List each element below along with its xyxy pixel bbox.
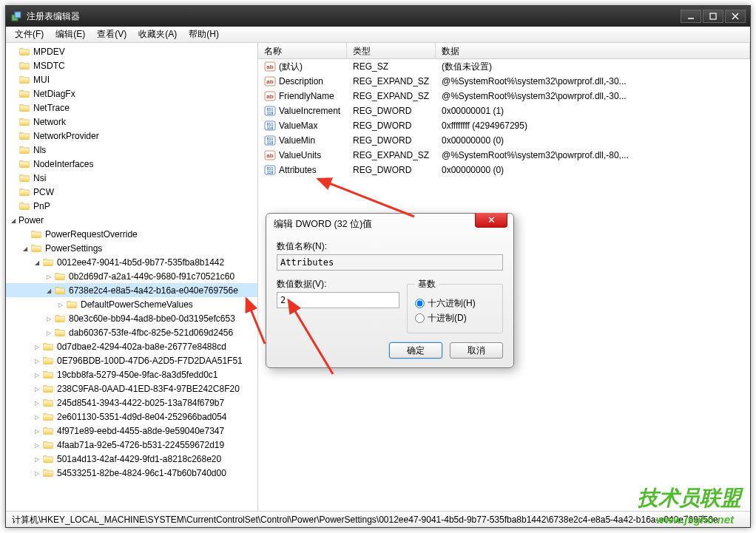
expander-icon[interactable] xyxy=(33,427,41,435)
list-header[interactable]: 名称 类型 数据 xyxy=(258,43,750,59)
list-row[interactable]: ValueUnitsREG_EXPAND_SZ@%SystemRoot%\sys… xyxy=(258,148,750,163)
tree-item[interactable]: NetDiagFx xyxy=(6,86,257,101)
expander-icon[interactable] xyxy=(33,398,41,407)
tree-item[interactable]: 6738e2c4-e8a5-4a42-b16a-e040e769756e xyxy=(6,283,257,297)
list-row[interactable]: ValueMinREG_DWORD0x00000000 (0) xyxy=(258,133,750,148)
folder-icon xyxy=(42,342,54,352)
tree-item[interactable]: Network xyxy=(6,115,257,129)
tree-item[interactable]: 238C9FA8-0AAD-41ED-83F4-97BE242C8F20 xyxy=(6,381,257,395)
tree-label: NetworkProvider xyxy=(33,131,99,141)
tree-panel[interactable]: MPDEVMSDTCMUINetDiagFxNetTraceNetworkNet… xyxy=(6,43,258,511)
radio-hex[interactable] xyxy=(415,299,425,308)
menu-file[interactable]: 文件(F) xyxy=(9,27,50,42)
value-data: @%SystemRoot%\system32\powrprof.dll,-80,… xyxy=(436,150,750,160)
binary-value-icon xyxy=(264,105,276,117)
minimize-button[interactable] xyxy=(681,10,701,23)
tree-item[interactable]: Nls xyxy=(6,143,257,157)
expander-icon[interactable] xyxy=(33,413,41,421)
tree-item[interactable]: MPDEV xyxy=(6,44,257,58)
list-row[interactable]: ValueIncrementREG_DWORD0x00000001 (1) xyxy=(258,103,750,118)
base-legend: 基数 xyxy=(415,278,439,291)
list-row[interactable]: DescriptionREG_EXPAND_SZ@%SystemRoot%\sy… xyxy=(258,74,750,89)
expander-icon[interactable] xyxy=(33,370,41,378)
tree-item[interactable]: PCW xyxy=(6,185,257,199)
expander-icon[interactable] xyxy=(33,258,41,266)
tree-item[interactable]: PnP xyxy=(6,199,257,213)
tree-item[interactable]: MSDTC xyxy=(6,58,257,72)
expander-icon[interactable] xyxy=(33,455,41,463)
expander-icon[interactable] xyxy=(44,314,53,322)
string-value-icon xyxy=(264,61,276,72)
expander-icon[interactable] xyxy=(33,356,41,364)
menu-help[interactable]: 帮助(H) xyxy=(183,27,225,42)
tree-item[interactable]: 19cbb8fa-5279-450e-9fac-8a3d5fedd0c1 xyxy=(6,367,257,381)
expander-icon[interactable] xyxy=(44,272,53,280)
tree-item[interactable]: 54533251-82be-4824-96c1-47b60b740d00 xyxy=(6,466,257,480)
tree-label: DefaultPowerSchemeValues xyxy=(81,299,193,310)
expander-icon[interactable] xyxy=(56,300,64,308)
tree-label: Nls xyxy=(33,145,46,155)
tree-item[interactable]: 2e601130-5351-4d9d-8e04-252966bad054 xyxy=(6,410,257,424)
tree-item[interactable]: 245d8541-3943-4422-b025-13a784f679b7 xyxy=(6,395,257,410)
tree-item[interactable]: 0d7dbae2-4294-402a-ba8e-26777e8488cd xyxy=(6,339,257,353)
value-data-input[interactable] xyxy=(277,292,399,308)
radio-hex-label: 十六进制(H) xyxy=(428,297,476,310)
tree-item[interactable]: 4f971e89-eebd-4455-a8de-9e59040e7347 xyxy=(6,424,257,438)
tree-item[interactable]: 0E796BDB-100D-47D6-A2D5-F7D2DAA51F51 xyxy=(6,353,257,367)
tree-label: 0d7dbae2-4294-402a-ba8e-26777e8488cd xyxy=(57,342,226,352)
expander-icon[interactable] xyxy=(33,469,41,477)
tree-item[interactable]: 0012ee47-9041-4b5d-9b77-535fba8b1442 xyxy=(6,255,257,269)
tree-item[interactable]: dab60367-53fe-4fbc-825e-521d069d2456 xyxy=(6,325,257,339)
folder-icon xyxy=(54,285,66,296)
tree-item[interactable]: 0b2d69d7-a2a1-449c-9680-f91c70521c60 xyxy=(6,269,257,283)
folder-icon xyxy=(42,356,54,366)
expander-icon[interactable] xyxy=(33,441,41,449)
radio-dec[interactable] xyxy=(415,313,425,323)
tree-item[interactable]: 80e3c60e-bb94-4ad8-bbe0-0d3195efc653 xyxy=(6,311,257,325)
tree-label: MPDEV xyxy=(33,47,65,57)
value-name-input[interactable] xyxy=(277,254,503,271)
tree-item[interactable]: Nsi xyxy=(6,171,257,185)
maximize-button[interactable] xyxy=(703,10,723,23)
expander-icon[interactable] xyxy=(44,286,53,294)
tree-item[interactable]: NodeInterfaces xyxy=(6,157,257,171)
radio-hex-row[interactable]: 十六进制(H) xyxy=(415,297,495,310)
tree-label: Nsi xyxy=(33,173,46,183)
tree-item[interactable]: 4faab71a-92e5-4726-b531-224559672d19 xyxy=(6,438,257,452)
value-name: Attributes xyxy=(279,165,317,175)
menu-edit[interactable]: 编辑(E) xyxy=(50,27,91,42)
col-type[interactable]: 类型 xyxy=(347,43,436,58)
close-button[interactable] xyxy=(725,10,746,23)
ok-button[interactable]: 确定 xyxy=(389,342,442,359)
list-row[interactable]: AttributesREG_DWORD0x00000000 (0) xyxy=(258,163,750,177)
menubar[interactable]: 文件(F) 编辑(E) 查看(V) 收藏夹(A) 帮助(H) xyxy=(6,27,750,43)
list-row[interactable]: ValueMaxREG_DWORD0xffffffff (4294967295) xyxy=(258,118,750,133)
edit-dword-dialog[interactable]: ✕ 编辑 DWORD (32 位)值 数值名称(N): 数值数据(V): 基数 … xyxy=(266,213,514,368)
folder-icon xyxy=(18,103,30,113)
tree-item[interactable]: PowerSettings xyxy=(6,241,257,255)
tree-item[interactable]: MUI xyxy=(6,72,257,86)
tree-item[interactable]: Power xyxy=(6,213,257,227)
list-row[interactable]: (默认)REG_SZ(数值未设置) xyxy=(258,59,750,74)
tree-item[interactable]: PowerRequestOverride xyxy=(6,227,257,241)
expander-icon[interactable] xyxy=(44,328,53,336)
col-name[interactable]: 名称 xyxy=(258,43,347,58)
binary-value-icon xyxy=(264,135,276,146)
tree-item[interactable]: NetTrace xyxy=(6,101,257,115)
expander-icon[interactable] xyxy=(33,384,41,393)
tree-item[interactable]: NetworkProvider xyxy=(6,129,257,143)
radio-dec-row[interactable]: 十进制(D) xyxy=(415,312,495,325)
tree-item[interactable]: DefaultPowerSchemeValues xyxy=(6,297,257,311)
menu-favorites[interactable]: 收藏夹(A) xyxy=(132,27,183,42)
expander-icon[interactable] xyxy=(21,244,29,252)
dialog-close-button[interactable]: ✕ xyxy=(475,213,507,228)
cancel-button[interactable]: 取消 xyxy=(450,342,503,359)
list-row[interactable]: FriendlyNameREG_EXPAND_SZ@%SystemRoot%\s… xyxy=(258,89,750,103)
tree-item[interactable]: 501a4d13-42af-4429-9fd1-a8218c268e20 xyxy=(6,452,257,466)
expander-icon[interactable] xyxy=(9,216,17,224)
titlebar[interactable]: 注册表编辑器 xyxy=(6,6,750,27)
col-data[interactable]: 数据 xyxy=(436,43,750,58)
folder-icon xyxy=(30,229,42,240)
expander-icon[interactable] xyxy=(33,342,41,350)
menu-view[interactable]: 查看(V) xyxy=(91,27,132,42)
